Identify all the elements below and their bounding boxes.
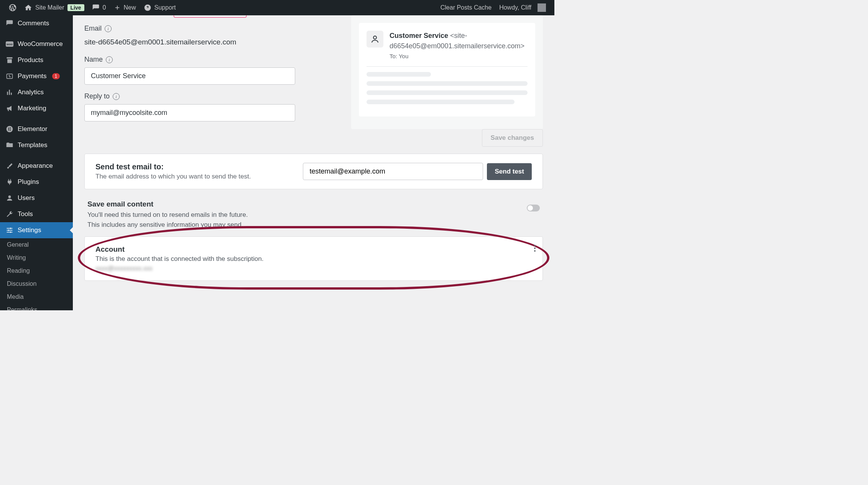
sidebar-sub-general[interactable]: General [0,238,73,251]
info-icon[interactable]: i [105,25,112,32]
send-test-panel: Send test email to: The email address to… [84,154,543,189]
svg-point-6 [10,228,11,229]
sidebar-item-plugins[interactable]: Plugins [0,174,73,190]
account-panel: Account This is the account that is conn… [84,236,543,281]
sidebar-item-analytics[interactable]: Analytics [0,84,73,100]
sidebar-sub-reading[interactable]: Reading [0,264,73,277]
account-title: Account [95,245,532,254]
sidebar-item-tools[interactable]: Tools [0,206,73,222]
decorative-outline [174,15,247,18]
reply-to-input[interactable] [84,104,295,121]
sidebar-item-appearance[interactable]: Appearance [0,158,73,174]
sidebar-item-comments[interactable]: Comments [0,15,73,31]
live-badge: Live [67,4,84,11]
sidebar-sub-discussion[interactable]: Discussion [0,277,73,290]
send-test-button[interactable]: Send test [487,163,532,180]
plug-icon [5,178,14,186]
preview-to: To: You [390,53,528,59]
svg-point-8 [10,231,11,233]
email-value: site-d6654e05@em0001.sitemailerservice.c… [84,36,336,48]
name-input[interactable] [84,67,295,85]
admin-bar: Site Mailer Live 0 New Support Clear Pos… [0,0,554,15]
woo-icon: woo [5,40,14,48]
avatar-icon [367,31,383,48]
megaphone-icon [5,104,14,113]
skeleton-line [367,100,515,104]
new-label: New [124,4,136,11]
sidebar-sub-media[interactable]: Media [0,290,73,303]
avatar-icon [538,3,546,12]
clear-cache-link[interactable]: Clear Posts Cache [437,0,495,15]
admin-sidebar: Comments woo WooCommerce Products Paymen… [0,15,73,310]
account-desc: This is the account that is connected wi… [95,255,532,263]
support-label: Support [155,4,176,11]
save-content-title: Save email content [87,200,248,208]
badge-count: 1 [52,73,60,79]
reply-to-label: Reply to i [84,92,336,100]
email-label: Email i [84,25,336,33]
sidebar-item-settings[interactable]: Settings [0,222,73,238]
svg-text:woo: woo [6,43,13,46]
sidebar-sub-permalinks[interactable]: Permalinks [0,303,73,310]
sidebar-item-elementor[interactable]: Elementor [0,121,73,137]
account-menu-button[interactable] [530,244,539,253]
save-changes-button[interactable]: Save changes [482,129,543,147]
brush-icon [5,162,14,170]
email-preview: Customer Service <site-d6654e05@em0001.s… [351,15,543,129]
site-home-link[interactable]: Site Mailer Live [21,0,88,15]
elementor-icon [5,125,14,133]
skeleton-line [367,72,431,77]
sliders-icon [5,226,14,234]
svg-point-5 [8,195,11,198]
comment-icon [92,4,100,11]
info-icon[interactable]: i [113,93,120,100]
svg-point-9 [373,36,376,39]
skeleton-line [367,81,528,86]
skeleton-line [367,90,528,95]
name-label: Name i [84,56,336,64]
sidebar-sub-writing[interactable]: Writing [0,251,73,264]
chart-icon [5,88,14,97]
comments-count: 0 [103,4,106,11]
wordpress-icon [8,3,17,12]
save-content-desc1: You'll need this turned on to resend ema… [87,210,248,220]
wrench-icon [5,210,14,218]
support-link[interactable]: Support [140,0,180,15]
preview-from: Customer Service <site-d6654e05@em0001.s… [390,31,528,51]
svg-point-7 [8,229,9,231]
send-test-desc: The email address to which you want to s… [95,173,251,180]
archive-icon [5,56,14,64]
save-content-desc2: This includes any sensitive information … [87,220,248,230]
plus-icon [114,4,121,11]
info-icon[interactable]: i [106,56,113,63]
account-email-blurred: xxxx@xxxxxxxxx.xxx [95,265,532,272]
help-icon [144,4,151,11]
save-content-section: Save email content You'll need this turn… [84,196,543,229]
folder-icon [5,141,14,149]
new-content-link[interactable]: New [110,0,140,15]
wp-logo[interactable] [5,0,21,15]
sidebar-item-woocommerce[interactable]: woo WooCommerce [0,36,73,52]
sidebar-item-templates[interactable]: Templates [0,137,73,153]
sidebar-item-marketing[interactable]: Marketing [0,100,73,116]
save-content-toggle[interactable] [527,205,540,211]
sidebar-item-products[interactable]: Products [0,52,73,68]
home-icon [25,4,32,11]
user-icon [5,194,14,202]
comments-link[interactable]: 0 [88,0,110,15]
site-name: Site Mailer [35,4,64,11]
send-test-title: Send test email to: [95,162,251,171]
dollar-icon [5,72,14,80]
comment-icon [5,19,14,28]
sidebar-item-users[interactable]: Users [0,190,73,206]
test-email-input[interactable] [303,163,483,180]
main-content: Email i site-d6654e05@em0001.sitemailers… [73,15,554,310]
sidebar-item-payments[interactable]: Payments 1 [0,68,73,84]
account-menu[interactable]: Howdy, Cliff [495,0,550,15]
